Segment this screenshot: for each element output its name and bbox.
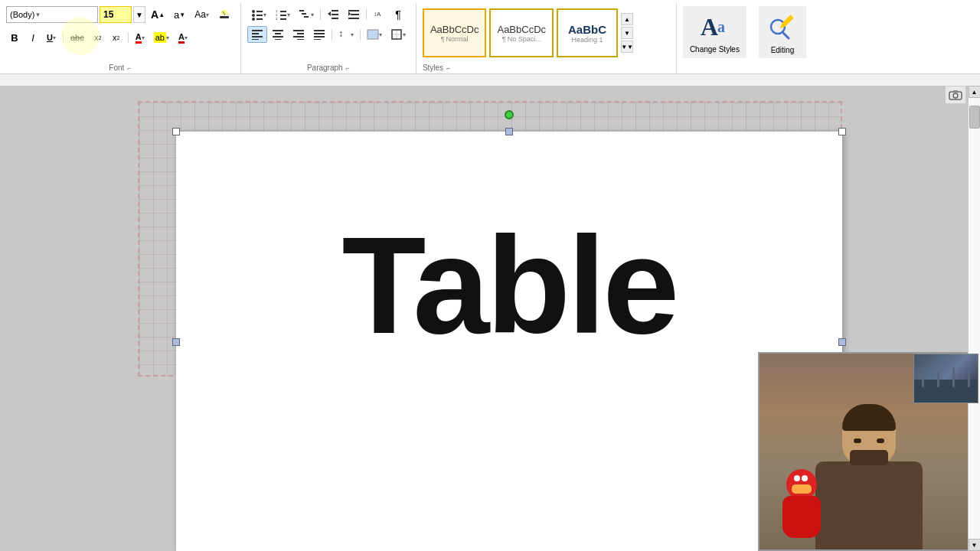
font-size-value: 15	[103, 9, 113, 20]
sort-btn[interactable]: ↕A	[369, 6, 389, 23]
handle-mid-right[interactable]	[838, 338, 846, 346]
grow-font-btn[interactable]: A▲	[147, 6, 168, 23]
editing-label: Editing	[771, 46, 795, 54]
styles-scroll-up[interactable]: ▲	[621, 13, 633, 25]
person-hair	[842, 404, 896, 431]
styles-area: AaBbCcDc ¶Normal AaBbCcDc ¶No Spaci... A…	[423, 8, 633, 57]
thumbnail-tower4	[968, 372, 970, 387]
increase-indent-btn[interactable]	[344, 6, 364, 23]
align-right-icon	[292, 29, 305, 40]
font-size-buttons: ▼	[133, 6, 145, 23]
styles-scroll-more[interactable]: ▼▼	[621, 41, 633, 53]
para-divider2	[366, 9, 367, 20]
person-beard	[850, 450, 888, 465]
svg-rect-14	[280, 18, 286, 20]
elmo-toy	[782, 469, 821, 538]
style-nospacing-label: ¶No Spaci...	[502, 35, 541, 43]
webcam-overlay	[758, 352, 980, 551]
scroll-up-btn[interactable]: ▲	[969, 86, 981, 98]
style-heading1[interactable]: AaBbC Heading 1	[557, 8, 618, 57]
styles-expand-btn[interactable]: ⌐	[446, 64, 450, 72]
align-right-btn[interactable]	[289, 26, 309, 43]
italic-btn[interactable]: I	[24, 29, 41, 46]
svg-rect-41	[314, 36, 325, 37]
borders-arrow: ▾	[403, 31, 406, 38]
document-page: Table	[176, 132, 842, 551]
underline-arrow: ▾	[53, 34, 56, 41]
font-color-btn[interactable]: A ▾	[132, 29, 149, 46]
person-silhouette	[800, 396, 938, 549]
subscript-btn[interactable]: x2	[90, 29, 106, 46]
person-eye-left	[854, 439, 861, 443]
camera-btn[interactable]	[945, 86, 966, 104]
borders-btn[interactable]: ▾	[387, 26, 410, 43]
divider2	[128, 32, 129, 43]
svg-rect-17	[304, 16, 309, 18]
scroll-down-btn[interactable]: ▼	[969, 539, 981, 551]
svg-rect-34	[275, 39, 281, 40]
handle-top-right[interactable]	[838, 128, 846, 135]
font-name-input[interactable]: (Body) ▼	[6, 6, 98, 23]
svg-rect-28	[252, 33, 259, 34]
shading-icon	[367, 29, 379, 40]
shading-btn[interactable]: ▾	[363, 26, 386, 43]
style-normal[interactable]: AaBbCcDc ¶Normal	[423, 8, 487, 57]
svg-rect-36	[297, 33, 304, 34]
svg-point-55	[953, 93, 958, 98]
text-color-btn[interactable]: A ▾	[175, 29, 191, 46]
scroll-track[interactable]	[969, 98, 981, 539]
paragraph-row1: ▾ 1. 2. 3. ▾	[247, 6, 407, 23]
svg-rect-29	[252, 36, 263, 37]
handle-top-left[interactable]	[172, 128, 180, 135]
editing-btn[interactable]: Editing	[759, 6, 806, 58]
document-text: Table	[342, 206, 677, 364]
line-spacing-btn[interactable]: ↕ ▾	[335, 26, 358, 43]
scroll-thumb[interactable]	[969, 106, 980, 129]
rotation-handle[interactable]	[505, 110, 514, 119]
multilevel-btn[interactable]: ▾	[295, 6, 318, 23]
styles-scroll: ▲ ▼ ▼▼	[621, 13, 633, 53]
eraser-icon	[218, 8, 230, 21]
justify-btn[interactable]	[309, 26, 329, 43]
handle-top-center[interactable]	[505, 128, 513, 135]
strikethrough-label: abc	[70, 33, 84, 42]
line-spacing-icon: ↕	[338, 29, 351, 40]
clear-formatting-btn[interactable]	[214, 6, 234, 23]
font-size-dropdown-btn[interactable]: ▼	[133, 6, 145, 23]
handle-mid-left[interactable]	[172, 338, 180, 346]
bold-btn[interactable]: B	[6, 29, 23, 46]
scrollbar-vertical: ▲ ▼	[968, 86, 980, 551]
para-divider3	[332, 29, 332, 40]
font-row1: (Body) ▼ 15 ▼ A▲ a▼ Aa▾	[6, 6, 234, 23]
styles-scroll-down[interactable]: ▼	[621, 27, 633, 39]
underline-btn[interactable]: U ▾	[43, 29, 60, 46]
show-marks-btn[interactable]: ¶	[390, 6, 407, 23]
bullets-btn[interactable]: ▾	[247, 6, 270, 23]
multilevel-icon	[299, 8, 311, 21]
decrease-indent-btn[interactable]	[323, 6, 343, 23]
svg-rect-20	[332, 18, 338, 19]
font-color-label: A	[136, 32, 142, 44]
align-left-icon	[251, 29, 263, 40]
paragraph-expand-btn[interactable]: ⌐	[346, 64, 350, 72]
shrink-font-btn[interactable]: a▼	[170, 6, 189, 23]
change-styles-btn[interactable]: A a Change Styles	[683, 6, 746, 58]
svg-rect-52	[782, 15, 794, 27]
align-center-btn[interactable]	[268, 26, 288, 43]
svg-rect-38	[297, 39, 304, 40]
font-row2: B I U ▾ abc x2 x2	[6, 29, 191, 46]
highlight-arrow: ▾	[166, 34, 169, 41]
align-left-btn[interactable]	[247, 26, 267, 43]
style-nospacing[interactable]: AaBbCcDc ¶No Spaci...	[489, 8, 554, 57]
strikethrough-btn[interactable]: abc	[67, 29, 88, 46]
svg-rect-56	[953, 90, 958, 93]
highlight-btn[interactable]: ab ▾	[150, 29, 173, 46]
line-spacing-arrow: ▾	[351, 31, 354, 38]
numbering-btn[interactable]: 1. 2. 3. ▾	[271, 6, 294, 23]
change-case-btn[interactable]: Aa▾	[191, 6, 213, 23]
sort-icon: ↕A	[373, 9, 385, 20]
font-size-input[interactable]: 15	[100, 6, 132, 23]
superscript-btn[interactable]: x2	[108, 29, 125, 46]
svg-text:↕: ↕	[338, 29, 343, 39]
font-expand-btn[interactable]: ⌐	[127, 64, 131, 72]
